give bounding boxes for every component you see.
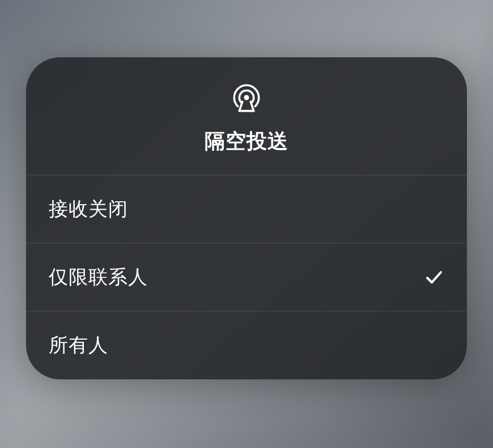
option-label: 仅限联系人: [49, 264, 148, 290]
airdrop-icon: [230, 81, 263, 114]
option-receiving-off[interactable]: 接收关闭: [26, 175, 467, 243]
option-contacts-only[interactable]: 仅限联系人: [26, 243, 467, 311]
panel-title: 隔空投送: [205, 128, 288, 155]
svg-point-0: [244, 95, 249, 100]
option-label: 接收关闭: [49, 196, 128, 222]
panel-header: 隔空投送: [26, 57, 467, 175]
airdrop-panel: 隔空投送 接收关闭 仅限联系人 所有人: [26, 57, 467, 379]
checkmark-icon: [424, 267, 444, 288]
option-everyone[interactable]: 所有人: [26, 311, 467, 379]
option-label: 所有人: [49, 332, 108, 358]
